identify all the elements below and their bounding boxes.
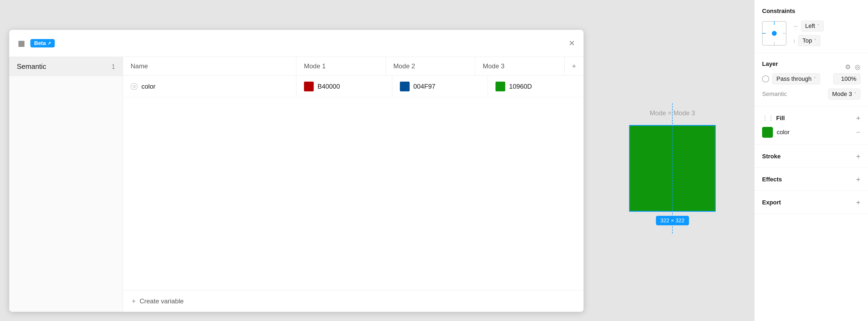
col-mode3: Mode 3: [475, 57, 565, 76]
blend-mode-label: Pass through: [776, 76, 812, 82]
mode1-hex: B40000: [317, 83, 340, 90]
create-variable-label: Create variable: [140, 297, 184, 305]
variables-panel: ▦ Beta ↗ ✕ Semantic 1 Name: [9, 30, 584, 312]
mode1-swatch: [304, 82, 314, 91]
fill-header: ⋮⋮ Fill +: [762, 114, 860, 122]
variables-table: Name Mode 1 Mode 2 Mode 3 + ⊙ color: [123, 57, 584, 312]
stroke-header: Stroke +: [762, 152, 860, 161]
cell-mode2[interactable]: 004F97: [392, 76, 488, 97]
col-name: Name: [123, 57, 297, 76]
plus-icon: +: [132, 297, 136, 305]
sidebar-item-count: 1: [112, 63, 115, 70]
color-var-icon: ⊙: [131, 83, 137, 90]
col-mode1: Mode 1: [297, 57, 386, 76]
layer-section-header: Layer ⚙ ◎: [762, 60, 860, 74]
settings-icon[interactable]: ⚙: [845, 63, 851, 71]
mode3-swatch: [496, 82, 505, 91]
constraint-top-dropdown[interactable]: Top ˅: [798, 35, 820, 46]
eye-icon[interactable]: ◎: [855, 63, 860, 71]
stroke-add-button[interactable]: +: [856, 152, 860, 161]
fill-section: ⋮⋮ Fill + color −: [754, 106, 868, 145]
close-button[interactable]: ✕: [569, 39, 575, 48]
create-variable-footer[interactable]: + Create variable: [123, 290, 584, 312]
stroke-title: Stroke: [762, 153, 780, 160]
fill-add-button[interactable]: +: [856, 114, 860, 122]
layer-left: Pass through ˅: [762, 74, 820, 84]
constraint-line-top: [774, 21, 775, 25]
layer-right: 100%: [833, 74, 860, 84]
fill-title-row: ⋮⋮ Fill: [762, 115, 785, 122]
cell-mode1[interactable]: B40000: [297, 76, 392, 97]
fill-title: Fill: [776, 115, 785, 122]
constraint-top-label: Top: [802, 37, 812, 44]
variables-panel-header: ▦ Beta ↗ ✕: [9, 30, 584, 57]
chevron-down-icon: ˅: [814, 38, 816, 43]
top-arrow-icon: ↕: [793, 38, 796, 44]
add-mode-button[interactable]: +: [565, 57, 584, 76]
table-row: ⊙ color B40000 004F97: [123, 76, 584, 97]
shape-size-label: 322 × 322: [656, 216, 689, 225]
mode-value-dropdown[interactable]: Mode 3 ˅: [828, 89, 860, 99]
chevron-down-icon: ˅: [854, 92, 856, 97]
layer-controls: Pass through ˅ 100%: [762, 74, 860, 84]
right-panel: Constraints ↔ Left ˅ ↕: [754, 0, 868, 321]
semantic-label: Semantic: [762, 91, 787, 97]
sidebar-item-semantic[interactable]: Semantic 1: [9, 57, 123, 76]
constraint-line-bottom: [774, 42, 775, 46]
fill-remove-button[interactable]: −: [856, 128, 860, 137]
header-left: ▦ Beta ↗: [18, 39, 55, 48]
layer-blend-dropdown[interactable]: Pass through ˅: [772, 74, 820, 84]
constraint-line-right: [783, 33, 786, 34]
sidebar-item-label: Semantic: [17, 62, 46, 71]
variables-panel-body: Semantic 1 Name Mode 1 Mode 2 Mode 3 +: [9, 57, 584, 312]
chevron-down-icon: ˅: [817, 24, 819, 29]
var-name: color: [142, 83, 155, 90]
constraint-left-label: Left: [805, 23, 815, 30]
export-section: Export +: [754, 191, 868, 214]
effects-header: Effects +: [762, 175, 860, 184]
canvas-content: Mode = Mode 3 322 × 322 Custom Libraries…: [591, 0, 754, 321]
layer-header-actions: ⚙ ◎: [845, 63, 860, 71]
constraints-options: ↔ Left ˅ ↕ Top ˅: [793, 21, 824, 46]
fill-color-name: color: [777, 129, 852, 136]
constraint-top: ↕ Top ˅: [793, 35, 824, 46]
beta-badge: Beta ↗: [30, 39, 55, 48]
layer-title: Layer: [762, 60, 778, 67]
fill-dots-icon[interactable]: ⋮⋮: [762, 115, 774, 122]
canvas-area: ▦ Beta ↗ ✕ Semantic 1 Name: [0, 0, 754, 321]
beta-label: Beta: [34, 40, 46, 46]
variables-sidebar: Semantic 1: [9, 57, 123, 312]
layer-opacity-input[interactable]: 100%: [833, 74, 860, 84]
chevron-down-icon: ˅: [814, 77, 816, 82]
effects-add-button[interactable]: +: [856, 175, 860, 184]
col-mode2: Mode 2: [386, 57, 475, 76]
table-icon: ▦: [18, 39, 25, 48]
align-line-vertical: [672, 103, 673, 233]
cell-name: ⊙ color: [123, 76, 297, 97]
mode2-swatch: [400, 82, 410, 91]
effects-title: Effects: [762, 176, 782, 183]
var-bind-row: Semantic Mode 3 ˅: [762, 89, 860, 99]
stroke-section: Stroke +: [754, 145, 868, 168]
mode2-hex: 004F97: [413, 83, 435, 90]
export-title: Export: [762, 199, 781, 206]
effects-section: Effects +: [754, 168, 868, 191]
cell-mode3[interactable]: 10960D: [488, 76, 584, 97]
export-add-button[interactable]: +: [856, 198, 860, 207]
constraint-left: ↔ Left ˅: [793, 21, 824, 31]
mode-value-label: Mode 3: [832, 91, 852, 97]
constraints-title: Constraints: [762, 8, 860, 14]
constraints-section: Constraints ↔ Left ˅ ↕: [754, 0, 868, 53]
table-header: Name Mode 1 Mode 2 Mode 3 +: [123, 57, 584, 76]
constraint-center-dot: [772, 31, 777, 36]
constraint-left-dropdown[interactable]: Left ˅: [801, 21, 824, 31]
fill-color-swatch[interactable]: [762, 127, 773, 138]
mode3-hex: 10960D: [509, 83, 532, 90]
beta-arrow-icon: ↗: [48, 41, 51, 46]
layer-section: Layer ⚙ ◎ Pass through ˅ 100% Semant: [754, 53, 868, 106]
constraint-line-left: [762, 33, 766, 34]
constraint-box: [762, 21, 786, 46]
shape-container[interactable]: 322 × 322: [629, 125, 716, 212]
left-arrow-icon: ↔: [793, 23, 798, 29]
table-body: ⊙ color B40000 004F97: [123, 76, 584, 290]
